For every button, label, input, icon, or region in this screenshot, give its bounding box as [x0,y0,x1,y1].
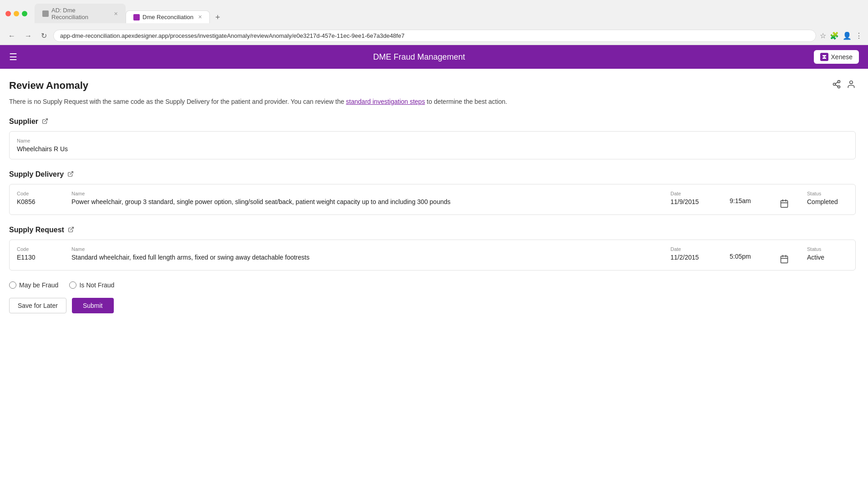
page-description: There is no Supply Request with the same… [9,97,856,107]
browser-addressbar: ← → ↻ app-dme-reconciliation.apexdesigne… [0,27,868,45]
supply-request-card: Code E1130 Name Standard wheelchair, fix… [9,240,856,271]
browser-chrome: AD: Dme Reconciliation ✕ Dme Reconciliat… [0,0,868,45]
supply-request-header: Supply Request [9,226,856,234]
supply-request-section: Supply Request Code E1130 Name Standard … [9,226,856,271]
browser-titlebar: AD: Dme Reconciliation ✕ Dme Reconciliat… [0,0,868,27]
svg-line-5 [835,82,838,83]
request-name-label: Name [71,246,652,252]
save-for-later-button[interactable]: Save for Later [9,298,66,313]
delivery-code-field: Code K0856 [17,191,53,205]
request-code-value: E1130 [17,254,53,261]
tab-label-2: Dme Reconciliation [142,14,193,20]
request-name-value: Standard wheelchair, fixed full length a… [71,254,652,261]
page-title: Review Anomaly [9,80,88,92]
request-status-label: Status [807,246,848,252]
is-not-fraud-label: Is Not Fraud [79,281,114,289]
supply-delivery-title: Supply Delivery [9,170,64,179]
request-code-label: Code [17,246,53,252]
forward-button[interactable]: → [22,31,35,41]
back-button[interactable]: ← [5,31,18,41]
svg-line-13 [71,227,73,230]
add-tab-button[interactable]: + [212,11,224,23]
delivery-name-field: Name Power wheelchair, group 3 standard,… [71,191,652,205]
tab-ad-dme[interactable]: AD: Dme Reconciliation ✕ [35,4,126,23]
bookmark-button[interactable]: ☆ [820,31,826,40]
browser-tabs: AD: Dme Reconciliation ✕ Dme Reconciliat… [31,4,228,23]
supplier-section: Supplier Name Wheelchairs R Us [9,117,856,159]
request-status-value: Active [807,254,848,261]
svg-line-8 [70,171,73,174]
supplier-name-label: Name [17,138,848,143]
supply-delivery-section: Supply Delivery Code K0856 Name Power wh… [9,170,856,215]
tab-dme[interactable]: Dme Reconciliation ✕ [126,10,210,23]
svg-marker-0 [822,55,826,59]
supplier-title: Supplier [9,117,38,126]
more-button[interactable]: ⋮ [855,31,863,40]
delivery-time-field: 9:15am [730,197,761,204]
svg-rect-9 [781,200,788,207]
app-title: DME Fraud Management [25,52,814,62]
delivery-status-field: Status Completed [807,191,848,205]
close-dot[interactable] [5,11,11,16]
browser-nav: ← → ↻ [5,31,50,41]
page-actions [832,80,856,91]
request-time-field: 5:05pm [730,253,761,260]
investigation-link[interactable]: standard investigation steps [346,98,425,105]
request-date-label: Date [670,246,711,252]
delivery-calendar-icon[interactable] [780,199,789,208]
minimize-dot[interactable] [14,11,19,16]
svg-line-4 [835,85,838,86]
radio-group: May be Fraud Is Not Fraud [9,281,856,289]
tab-close-1[interactable]: ✕ [114,11,118,17]
supply-delivery-external-link-icon[interactable] [67,171,74,179]
main-content: Review Anomaly There is no Supply Reques… [0,69,865,324]
xenese-icon [820,53,828,61]
may-be-fraud-radio[interactable] [9,281,16,289]
delivery-date-value: 11/9/2015 [670,198,711,205]
browser-actions: ☆ 🧩 👤 ⋮ [820,31,863,40]
maximize-dot[interactable] [22,11,27,16]
menu-button[interactable]: ☰ [9,51,17,62]
xenese-logo-button[interactable]: Xenese [814,50,859,64]
supplier-name-value: Wheelchairs R Us [17,145,848,153]
supply-request-external-link-icon[interactable] [68,226,74,234]
description-post: to determine the best action. [425,98,508,105]
profile-button[interactable]: 👤 [843,31,852,40]
request-calendar-icon[interactable] [780,255,789,264]
supply-request-title: Supply Request [9,226,64,234]
delivery-name-value: Power wheelchair, group 3 standard, sing… [71,198,652,205]
svg-point-6 [850,81,853,84]
supplier-card: Name Wheelchairs R Us [9,131,856,159]
extensions-button[interactable]: 🧩 [830,31,839,40]
delivery-status-label: Status [807,191,848,196]
request-name-field: Name Standard wheelchair, fixed full len… [71,246,652,261]
tab-favicon-2 [133,14,140,20]
request-code-field: Code E1130 [17,246,53,261]
tab-close-2[interactable]: ✕ [198,14,202,20]
is-not-fraud-option[interactable]: Is Not Fraud [69,281,114,289]
may-be-fraud-option[interactable]: May be Fraud [9,281,58,289]
delivery-status-value: Completed [807,198,848,205]
delivery-code-value: K0856 [17,198,53,205]
supplier-external-link-icon[interactable] [42,118,48,126]
delivery-code-label: Code [17,191,53,196]
submit-button[interactable]: Submit [72,298,114,313]
refresh-button[interactable]: ↻ [38,31,50,41]
delivery-date-field: Date 11/9/2015 [670,191,711,205]
request-status-field: Status Active [807,246,848,261]
supply-delivery-card: Code K0856 Name Power wheelchair, group … [9,184,856,215]
app-header: ☰ DME Fraud Management Xenese [0,45,868,69]
delivery-date-label: Date [670,191,711,196]
delivery-time-value: 9:15am [730,197,761,204]
request-date-value: 11/2/2015 [670,254,711,261]
user-button[interactable] [847,80,856,91]
description-pre: There is no Supply Request with the same… [9,98,346,105]
tab-favicon-1 [42,10,49,17]
share-button[interactable] [832,80,841,91]
url-bar[interactable]: app-dme-reconciliation.apexdesigner.app/… [53,30,816,42]
xenese-label: Xenese [831,53,853,61]
tab-label-1: AD: Dme Reconciliation [51,7,109,20]
delivery-name-label: Name [71,191,652,196]
is-not-fraud-radio[interactable] [69,281,76,289]
request-date-field: Date 11/2/2015 [670,246,711,261]
